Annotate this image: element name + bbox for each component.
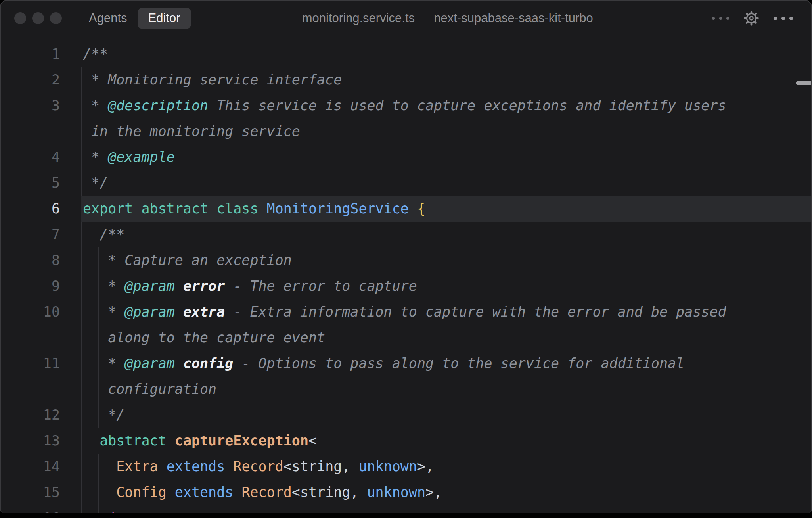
indent-guide [98, 454, 99, 480]
code-token: @description [108, 98, 208, 113]
code-line-content[interactable]: ( [81, 505, 811, 513]
code-row[interactable]: 2 * Monitoring service interface [1, 67, 811, 93]
code-row[interactable]: 12 */ [1, 402, 811, 428]
indent-guide [81, 480, 82, 505]
code-token: @param [124, 278, 174, 294]
indent-guide [81, 402, 82, 428]
line-number: 15 [1, 480, 60, 505]
code-line-content[interactable]: * @example [81, 144, 811, 170]
close-button[interactable] [14, 12, 26, 24]
code-token: * Capture an exception [83, 252, 292, 268]
line-number: 12 [1, 402, 60, 428]
code-token: /** [83, 46, 108, 62]
code-line-content[interactable]: Extra extends Record<string, unknown>, [81, 454, 811, 480]
indent-guide [98, 325, 99, 351]
code-token: config [183, 355, 233, 371]
line-number: 2 [1, 67, 60, 93]
code-line-content[interactable]: * Monitoring service interface [81, 67, 811, 93]
line-number: 4 [1, 144, 60, 170]
ellipsis-icon[interactable] [712, 17, 729, 20]
code-token: in the monitoring service [83, 123, 300, 139]
code-token: - Extra information to capture with the … [225, 304, 726, 320]
line-number [1, 119, 60, 144]
code-token [233, 484, 241, 500]
code-token: * [83, 355, 124, 371]
code-row[interactable]: 13 abstract captureException< [1, 428, 811, 454]
code-line-content[interactable]: */ [81, 170, 811, 196]
code-line-content[interactable]: configuration [81, 376, 811, 402]
code-row[interactable]: 16 ( [1, 505, 811, 513]
code-token: abstract [100, 433, 167, 449]
window-title: monitoring.service.ts — next-supabase-sa… [191, 11, 705, 25]
code-line-content[interactable]: * Capture an exception [81, 247, 811, 273]
code-row[interactable]: 6export abstract class MonitoringService… [1, 196, 811, 222]
code-line-content[interactable]: */ [81, 402, 811, 428]
code-token: extends [175, 484, 234, 500]
code-row-wrap[interactable]: configuration [1, 376, 811, 402]
code-token: - The error to capture [225, 278, 417, 294]
code-token: string [300, 484, 350, 500]
code-token: ( [108, 510, 116, 513]
code-row[interactable]: 5 */ [1, 170, 811, 196]
code-token: captureException [175, 433, 308, 449]
code-row[interactable]: 9 * @param error - The error to capture [1, 273, 811, 299]
more-dots-icon[interactable] [774, 17, 793, 20]
code-row[interactable]: 3 * @description This service is used to… [1, 93, 811, 119]
code-token: < [283, 459, 292, 474]
code-row-wrap[interactable]: along to the capture event [1, 325, 811, 351]
code-line-content[interactable]: * @description This service is used to c… [81, 93, 811, 119]
settings-gear-icon[interactable] [743, 10, 760, 27]
code-row[interactable]: 14 Extra extends Record<string, unknown>… [1, 454, 811, 480]
indent-guide [81, 376, 82, 402]
indent-guide [98, 402, 99, 428]
code-token [158, 459, 167, 474]
code-token: This service is used to capture exceptio… [208, 98, 726, 113]
indent-guide [98, 299, 99, 325]
code-row[interactable]: 11 * @param config - Options to pass alo… [1, 351, 811, 376]
zoom-button[interactable] [50, 12, 62, 24]
indent-guide [81, 170, 82, 196]
code-row[interactable]: 8 * Capture an exception [1, 247, 811, 273]
code-row[interactable]: 1/** [1, 41, 811, 67]
line-number: 6 [1, 196, 60, 222]
code-line-content[interactable]: Config extends Record<string, unknown>, [81, 480, 811, 505]
minimize-button[interactable] [32, 12, 44, 24]
code-line-content[interactable]: * @param error - The error to capture [81, 273, 811, 299]
code-token [83, 459, 116, 474]
indent-guide [81, 247, 82, 273]
code-line-content[interactable]: /** [81, 222, 811, 247]
scrollbar-thumb[interactable] [796, 81, 811, 85]
line-number: 9 [1, 273, 60, 299]
code-line-content[interactable]: /** [81, 41, 811, 67]
code-token: extra [183, 304, 225, 320]
indent-guide [81, 351, 82, 376]
code-token: */ [83, 175, 108, 191]
code-token: - Options to pass along to the service f… [233, 355, 684, 371]
tab-editor[interactable]: Editor [138, 8, 191, 29]
code-token: export abstract class [83, 201, 267, 217]
code-row-wrap[interactable]: in the monitoring service [1, 119, 811, 144]
code-row[interactable]: 4 * @example [1, 144, 811, 170]
code-editor[interactable]: 1/**2 * Monitoring service interface3 * … [1, 36, 811, 513]
code-token: < [292, 484, 300, 500]
code-row[interactable]: 10 * @param extra - Extra information to… [1, 299, 811, 325]
line-number: 5 [1, 170, 60, 196]
code-line-content[interactable]: in the monitoring service [81, 119, 811, 144]
indent-guide [98, 351, 99, 376]
code-line-content[interactable]: along to the capture event [81, 325, 811, 351]
line-number: 8 [1, 247, 60, 273]
code-row[interactable]: 15 Config extends Record<string, unknown… [1, 480, 811, 505]
tab-agents[interactable]: Agents [89, 11, 127, 25]
code-token [167, 433, 175, 449]
code-token: MonitoringService [267, 201, 417, 217]
code-line-content[interactable]: * @param config - Options to pass along … [81, 351, 811, 376]
code-token: * [83, 304, 124, 320]
indent-guide [81, 299, 82, 325]
indent-guide [81, 505, 82, 513]
code-token: @param [124, 355, 174, 371]
code-row[interactable]: 7 /** [1, 222, 811, 247]
code-line-content[interactable]: abstract captureException< [81, 428, 811, 454]
code-line-content[interactable]: export abstract class MonitoringService … [81, 196, 811, 222]
code-line-content[interactable]: * @param extra - Extra information to ca… [81, 299, 811, 325]
code-token: Extra [116, 459, 158, 474]
